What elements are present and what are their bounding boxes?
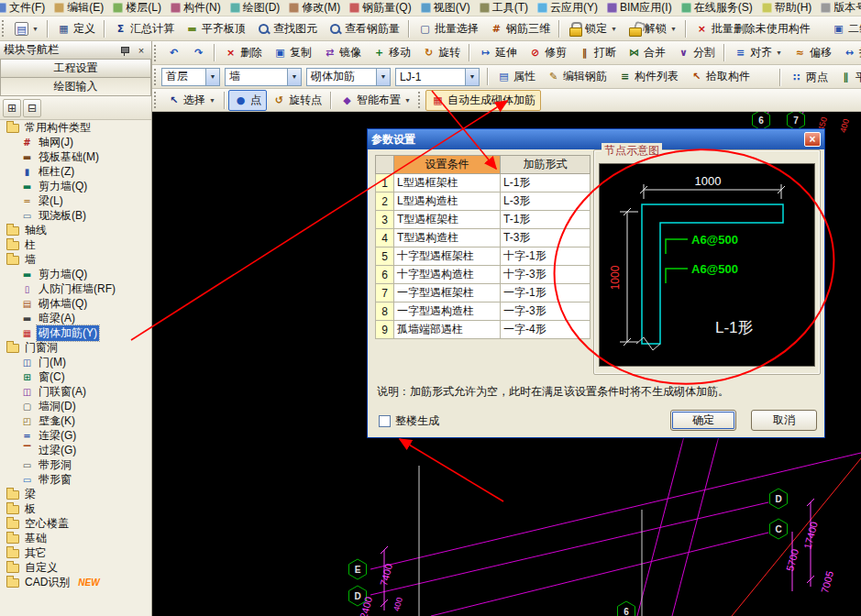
delete-button[interactable]: ×删除	[218, 42, 268, 63]
tree-item-轴网(J)[interactable]: #轴网(J)	[0, 135, 151, 149]
view-rebar-button[interactable]: 查看钢筋量	[323, 18, 405, 39]
row-number-cell[interactable]: 2	[376, 192, 394, 211]
rotate-button[interactable]: ↻旋转	[416, 42, 466, 63]
combo-subcategory[interactable]: 砌体加筋▼	[306, 68, 391, 86]
whole-building-generate-option[interactable]: 整楼生成	[379, 413, 439, 429]
break-button[interactable]: ‖打断	[572, 42, 622, 63]
tree-item-基础[interactable]: 基础	[0, 531, 151, 545]
mirror-button[interactable]: ⇄镜像	[317, 42, 367, 63]
sum-button[interactable]: Σ汇总计算	[108, 18, 180, 39]
menu-item-view[interactable]: 视图(V)	[416, 0, 475, 16]
table-row[interactable]: 1L型遇框架柱L-1形	[376, 174, 591, 192]
toolbar-grip[interactable]	[418, 92, 422, 108]
column-header-form[interactable]: 加筋形式	[501, 156, 591, 174]
condition-cell[interactable]: T型遇构造柱	[394, 229, 501, 248]
extend-button[interactable]: ↦延伸	[473, 42, 523, 63]
tree-item-门(M)[interactable]: ◫门(M)	[0, 355, 151, 369]
tree-item-带形洞[interactable]: ▭带形洞	[0, 457, 151, 472]
form-cell[interactable]: 十字-3形	[501, 266, 591, 284]
tree-item-墙[interactable]: 墙	[0, 252, 151, 267]
undo-button[interactable]: ↶	[161, 43, 186, 62]
second-view-button[interactable]: ▣二维	[826, 18, 861, 39]
align-slab-button[interactable]: ▬平齐板顶	[180, 18, 251, 39]
tree-item-柱[interactable]: 柱	[0, 237, 151, 252]
tree-item-现浇板(B)[interactable]: ▭现浇板(B)	[0, 208, 151, 223]
checkbox-icon[interactable]	[379, 415, 391, 427]
tree-item-框柱(Z)[interactable]: ▮框柱(Z)	[0, 164, 151, 179]
chevron-down-icon[interactable]: ▼	[287, 69, 301, 85]
toolbar-grip[interactable]	[154, 45, 158, 61]
trim-button[interactable]: ⊘修剪	[523, 42, 572, 63]
condition-cell[interactable]: 一字型遇框架柱	[394, 284, 501, 302]
form-cell[interactable]: L-1形	[501, 174, 591, 192]
table-row[interactable]: 8一字型遇构造柱一字-3形	[376, 302, 591, 321]
combo-floor[interactable]: 首层▼	[161, 68, 220, 86]
align-button[interactable]: ≡对齐▼	[728, 42, 788, 63]
form-cell[interactable]: 十字-1形	[501, 248, 591, 266]
column-header-condition[interactable]: 设置条件	[394, 156, 501, 174]
tree-item-筏板基础(M)[interactable]: ▬筏板基础(M)	[0, 149, 151, 164]
condition-cell[interactable]: L型遇构造柱	[394, 192, 501, 211]
toolbar-grip[interactable]	[154, 69, 158, 85]
menu-item-bim[interactable]: BIM应用(I)	[602, 0, 677, 16]
redo-button[interactable]: ↷	[186, 43, 211, 62]
dialog-close-button[interactable]: ×	[804, 132, 821, 147]
section-button-project-settings[interactable]: 工程设置	[0, 60, 151, 78]
tree-item-连梁(G)[interactable]: =连梁(G)	[0, 428, 151, 443]
merge-button[interactable]: ⋈合并	[622, 42, 671, 63]
move-button[interactable]: +移动	[367, 42, 416, 63]
menu-item-edit[interactable]: 编辑(E)	[50, 0, 108, 16]
toolbar-grip[interactable]	[154, 92, 158, 108]
chevron-down-icon[interactable]: ▼	[376, 69, 390, 85]
section-button-draw-input[interactable]: 绘图输入	[0, 78, 151, 96]
menu-item-help[interactable]: 帮助(H)	[757, 0, 817, 16]
combo-category[interactable]: 墙▼	[225, 68, 302, 86]
offset-button[interactable]: ≈偏移	[788, 42, 837, 63]
tree-item-砌体墙(Q)[interactable]: ▤砌体墙(Q)	[0, 296, 151, 311]
smart-button[interactable]: ◆智能布置▼	[335, 90, 416, 111]
row-number-cell[interactable]: 3	[376, 211, 394, 229]
props-button[interactable]: ▤属性	[491, 66, 541, 87]
form-cell[interactable]: 一字-4形	[501, 321, 591, 339]
tree-item-板[interactable]: 板	[0, 501, 151, 516]
select-button[interactable]: ↖选择▼	[161, 90, 221, 111]
row-number-cell[interactable]: 8	[376, 302, 394, 321]
table-row[interactable]: 5十字型遇框架柱十字-1形	[376, 248, 591, 266]
two-point-button[interactable]: ∷两点	[784, 67, 833, 88]
define-button[interactable]: ▦定义	[51, 18, 101, 39]
table-row[interactable]: 7一字型遇框架柱一字-1形	[376, 284, 591, 302]
table-row[interactable]: 6十字型遇构造柱十字-3形	[376, 266, 591, 284]
table-row[interactable]: 3T型遇框架柱T-1形	[376, 211, 591, 229]
tree-item-壁龛(K)[interactable]: ◰壁龛(K)	[0, 413, 151, 428]
tree-item-梁(L)[interactable]: ═梁(L)	[0, 193, 151, 208]
menu-item-file[interactable]: 文件(F)	[0, 0, 50, 16]
auto-generate-masonry-rebar-button[interactable]: ▦自动生成砌体加筋	[425, 90, 541, 111]
tree-item-门窗洞[interactable]: 门窗洞	[0, 340, 151, 355]
menu-item-rebar-quantity[interactable]: 钢筋量(Q)	[345, 0, 415, 16]
table-row[interactable]: 4T型遇构造柱T-3形	[376, 229, 591, 248]
tree-item-暗梁(A)[interactable]: ▬暗梁(A)	[0, 311, 151, 325]
condition-cell[interactable]: 一字型遇构造柱	[394, 302, 501, 321]
menu-item-component[interactable]: 构件(N)	[166, 0, 226, 16]
pin-button[interactable]	[118, 44, 131, 57]
tree-item-墙洞(D)[interactable]: ▢墙洞(D)	[0, 399, 151, 413]
row-number-cell[interactable]: 4	[376, 229, 394, 248]
batch-delete-button[interactable]: ×批量删除未使用构件	[690, 18, 816, 39]
tree-item-带形窗[interactable]: ▭带形窗	[0, 472, 151, 487]
batch-select-button[interactable]: ▢批量选择	[413, 18, 484, 39]
tree-item-空心楼盖[interactable]: 空心楼盖	[0, 516, 151, 531]
cancel-button[interactable]: 取消	[751, 410, 817, 431]
row-number-cell[interactable]: 9	[376, 321, 394, 339]
stretch-button[interactable]: ↔拉伸	[837, 42, 861, 63]
pick-button[interactable]: ↖拾取构件	[684, 66, 756, 87]
tree-item-其它[interactable]: 其它	[0, 545, 151, 560]
combo-component[interactable]: LJ-1▼	[395, 68, 480, 86]
form-cell[interactable]: 一字-1形	[501, 284, 591, 302]
expand-all-button[interactable]: ⊞	[3, 99, 21, 117]
chevron-down-icon[interactable]: ▼	[465, 69, 479, 85]
lock-button[interactable]: 锁定▼	[563, 18, 623, 39]
point-button[interactable]: ●点	[228, 90, 267, 111]
row-number-cell[interactable]: 1	[376, 174, 394, 192]
tree-item-梁[interactable]: 梁	[0, 487, 151, 501]
search-button[interactable]: 查找图元	[251, 18, 323, 39]
